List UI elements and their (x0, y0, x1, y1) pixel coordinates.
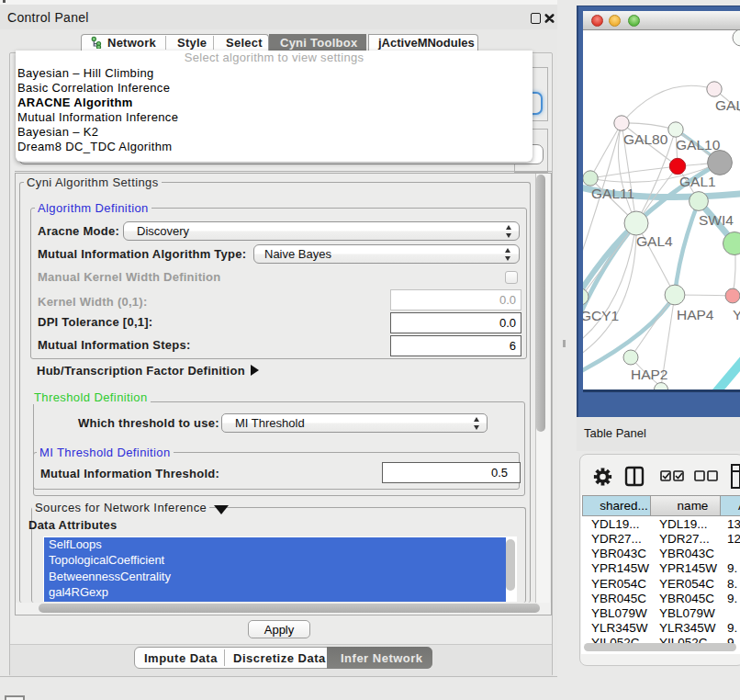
svg-text:SWI4: SWI4 (699, 212, 734, 228)
svg-text:GAL4: GAL4 (636, 233, 673, 249)
svg-text:YD: YD (733, 307, 740, 322)
svg-text:GAL2: GAL2 (715, 97, 740, 113)
svg-text:GAL80: GAL80 (623, 131, 668, 147)
svg-text:GAL1: GAL1 (679, 174, 716, 189)
svg-text:GAL10: GAL10 (676, 137, 721, 152)
svg-text:GCY1: GCY1 (583, 308, 619, 323)
svg-text:HAP4: HAP4 (677, 307, 714, 322)
svg-text:HAP2: HAP2 (631, 367, 668, 382)
svg-text:GAL11: GAL11 (591, 186, 634, 201)
